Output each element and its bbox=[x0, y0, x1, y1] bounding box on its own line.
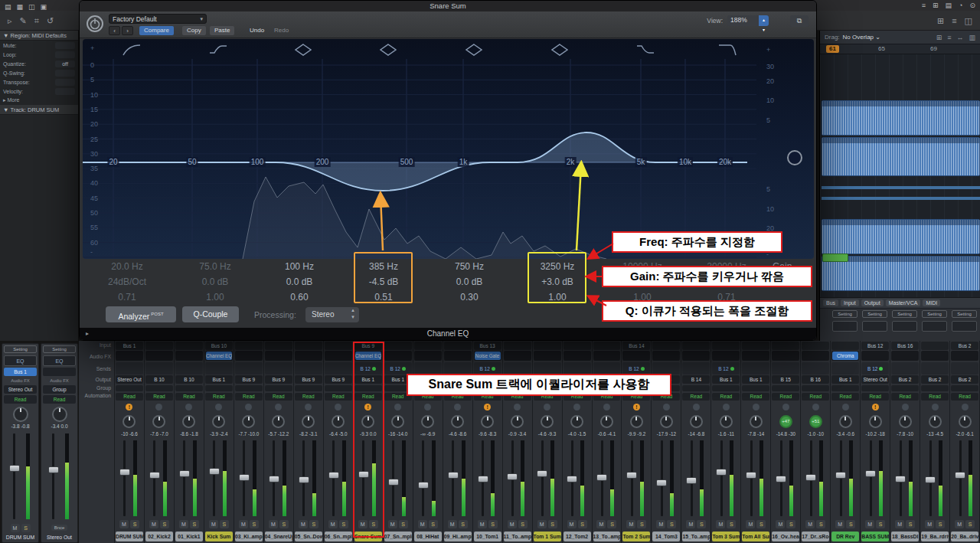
pan-knob[interactable] bbox=[152, 415, 165, 428]
channel-input-slot[interactable] bbox=[414, 342, 442, 350]
channel-audiofx-slot[interactable] bbox=[444, 351, 472, 361]
channel-send-slot[interactable] bbox=[235, 362, 263, 375]
fader-cap[interactable] bbox=[418, 482, 429, 489]
channel-send-slot[interactable] bbox=[951, 362, 978, 375]
channel-audiofx-slot[interactable] bbox=[504, 351, 531, 361]
solo-button[interactable]: S bbox=[906, 520, 915, 528]
bell-icon[interactable] bbox=[550, 43, 570, 60]
channel-send-slot[interactable] bbox=[564, 362, 591, 375]
send-bus-label[interactable]: B 12 bbox=[390, 366, 400, 371]
channel-group-slot[interactable] bbox=[593, 385, 621, 391]
fader-cap[interactable] bbox=[269, 476, 279, 482]
solo-button[interactable]: S bbox=[637, 520, 646, 528]
inspector-row-value[interactable] bbox=[55, 70, 75, 77]
automation-mode-button[interactable]: Read bbox=[772, 393, 799, 401]
lowshelf-icon[interactable] bbox=[208, 43, 228, 60]
fader-cap[interactable] bbox=[179, 470, 190, 477]
channel-format-icon[interactable] bbox=[663, 404, 670, 411]
track-name-label[interactable]: 19_Ba..rdrive bbox=[921, 532, 949, 541]
pan-knob[interactable] bbox=[361, 415, 374, 428]
channel-output-slot[interactable]: Bus 2 bbox=[921, 375, 949, 384]
send-bus-label[interactable]: B 12 bbox=[479, 366, 489, 371]
mute-button[interactable]: M bbox=[656, 520, 665, 528]
audio-region-waveform[interactable] bbox=[822, 100, 980, 136]
solo-button[interactable]: S bbox=[607, 520, 616, 528]
channel-format-icon[interactable]: ! bbox=[364, 404, 371, 411]
pan-knob[interactable] bbox=[302, 415, 315, 428]
channel-format-icon[interactable]: ! bbox=[484, 404, 491, 411]
channel-group-slot[interactable] bbox=[534, 385, 561, 391]
fader-cap[interactable] bbox=[328, 472, 339, 479]
fader-cap[interactable] bbox=[567, 476, 577, 482]
pan-knob[interactable] bbox=[899, 415, 912, 428]
band-frequency-value[interactable]: 385 Hz bbox=[349, 259, 418, 274]
fader-cap[interactable] bbox=[955, 472, 965, 479]
channel-send-slot[interactable]: B 12 bbox=[861, 362, 889, 375]
channel-input-slot[interactable]: Bus 13 bbox=[474, 342, 501, 350]
inspector-row-value[interactable] bbox=[55, 51, 75, 58]
channel-group-slot[interactable] bbox=[295, 385, 322, 391]
channel-format-icon[interactable] bbox=[782, 404, 789, 411]
channel-output-slot[interactable]: Bus 9 bbox=[265, 375, 292, 384]
track-name-label[interactable]: 11_To..ample bbox=[504, 532, 531, 541]
automation-mode-button[interactable]: Read bbox=[175, 393, 203, 401]
pan-knob[interactable] bbox=[600, 415, 613, 428]
band-gain-value[interactable]: 0.0 dB bbox=[435, 274, 504, 289]
channel-send-slot[interactable]: B 12 bbox=[384, 362, 412, 375]
channel-format-icon[interactable]: ! bbox=[872, 404, 879, 411]
solo-button[interactable]: S bbox=[459, 520, 468, 528]
channel-group-slot[interactable] bbox=[891, 385, 919, 391]
automation-mode-button[interactable]: Read bbox=[43, 395, 76, 404]
channel-group-slot[interactable] bbox=[384, 385, 412, 391]
collapsed-track-region[interactable] bbox=[822, 186, 980, 189]
mute-button[interactable]: M bbox=[508, 520, 517, 528]
channel-group-slot[interactable] bbox=[652, 385, 680, 391]
channel-output-slot[interactable]: B 13 bbox=[564, 375, 591, 384]
mute-button[interactable]: M bbox=[388, 520, 397, 528]
track-name-label[interactable]: BASS SUM bbox=[861, 532, 889, 541]
pan-knob[interactable] bbox=[481, 415, 494, 428]
pan-knob[interactable] bbox=[242, 415, 255, 428]
channel-audiofx-slot[interactable]: Channel EQ bbox=[354, 351, 382, 361]
band-q-value[interactable]: 0.71 bbox=[692, 289, 761, 305]
audio-region-waveform[interactable] bbox=[822, 137, 980, 176]
band-q-value[interactable]: 0.51 bbox=[349, 289, 418, 305]
track-name-label[interactable]: DRUM SUM bbox=[116, 532, 143, 541]
fader-cap[interactable] bbox=[358, 471, 369, 478]
plugin-window-title[interactable]: Snare Sum bbox=[80, 1, 816, 11]
channel-output-slot[interactable]: Stereo Out bbox=[4, 385, 37, 394]
fader-cap[interactable] bbox=[448, 472, 459, 479]
preset-next-button[interactable]: › bbox=[122, 26, 133, 35]
eq-graph-display[interactable]: 20501002005001k2k5k10k20k+05101520253035… bbox=[83, 39, 814, 259]
track-name-label[interactable]: 15_To..ample bbox=[682, 532, 710, 541]
channel-eq-thumbnail[interactable] bbox=[862, 321, 887, 332]
link-icon[interactable]: ⧉ bbox=[790, 15, 808, 27]
track-name-label[interactable]: Kick Sum bbox=[205, 532, 233, 541]
channel-format-icon[interactable]: ! bbox=[126, 404, 132, 411]
channel-input-slot[interactable] bbox=[175, 342, 203, 350]
undo-button[interactable]: Undo bbox=[250, 26, 264, 35]
band-q-value[interactable]: 0.30 bbox=[435, 289, 504, 305]
channel-group-slot[interactable] bbox=[116, 385, 143, 391]
bell-icon[interactable] bbox=[464, 43, 484, 60]
ruler[interactable]: 61656973 bbox=[820, 44, 980, 54]
track-name-label[interactable]: Tom 1 Sum bbox=[534, 532, 561, 541]
drag-mode-select[interactable]: No Overlap ⌄ bbox=[843, 34, 880, 41]
lowpass-icon[interactable] bbox=[717, 43, 737, 60]
redo-button[interactable]: Redo bbox=[274, 26, 289, 35]
mute-button[interactable]: M bbox=[537, 520, 547, 528]
channel-audiofx-slot[interactable] bbox=[175, 351, 203, 361]
automation-mode-button[interactable]: Read bbox=[265, 393, 292, 401]
pan-knob[interactable] bbox=[52, 407, 67, 422]
solo-button[interactable]: S bbox=[250, 520, 259, 528]
channel-eq-thumbnail[interactable] bbox=[832, 321, 858, 332]
solo-button[interactable]: S bbox=[548, 520, 557, 528]
channel-input-slot[interactable] bbox=[772, 342, 799, 350]
mute-button[interactable]: M bbox=[269, 520, 278, 528]
inspector-row-value[interactable] bbox=[55, 88, 75, 95]
bell-icon[interactable] bbox=[293, 43, 313, 60]
track-name-label[interactable]: 17_Dr..sRoom bbox=[802, 532, 829, 541]
band-gain-value[interactable]: +3.0 dB bbox=[523, 274, 592, 289]
channel-input-slot[interactable]: Bus 10 bbox=[205, 342, 233, 350]
channel-audiofx-slot[interactable] bbox=[235, 351, 263, 361]
